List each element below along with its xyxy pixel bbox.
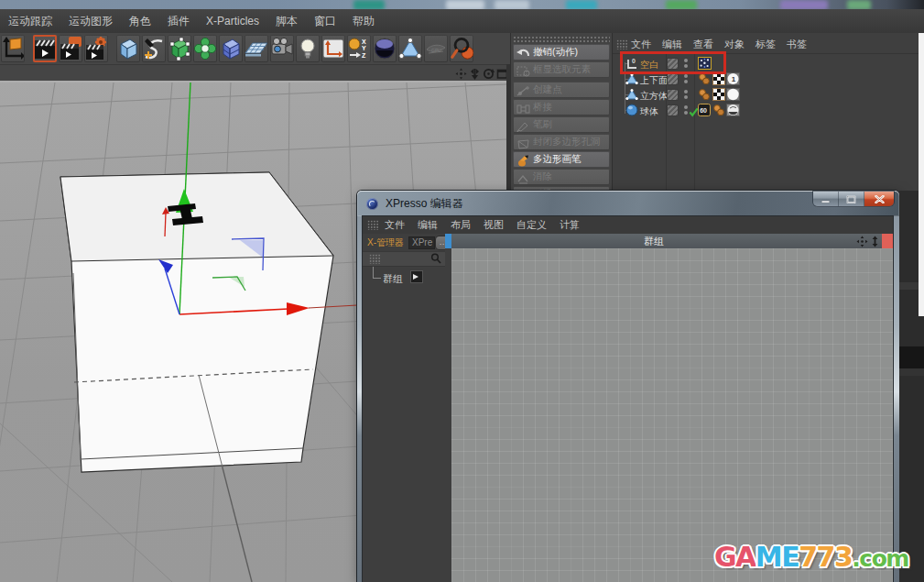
- xyz-axis-icon: XYZ: [347, 37, 371, 60]
- menu-item[interactable]: 运动图形: [60, 14, 121, 29]
- edit-mesh-button[interactable]: [168, 35, 191, 62]
- tab-xpresso[interactable]: XPre: [408, 236, 435, 249]
- updown-icon[interactable]: [869, 236, 881, 247]
- phong-tag-icon[interactable]: [698, 72, 711, 85]
- palette-item[interactable]: 撤销(动作): [513, 44, 610, 60]
- dissolve-icon: [516, 171, 530, 182]
- palette-item[interactable]: 桥接: [513, 99, 610, 115]
- move-icon[interactable]: [856, 236, 868, 247]
- motion-clapper-selected-icon: [34, 37, 56, 60]
- light-button[interactable]: [296, 35, 320, 62]
- object-name[interactable]: 立方体: [640, 90, 668, 103]
- menu-item[interactable]: X-Particles: [198, 15, 267, 27]
- selection-1-tag-icon[interactable]: 1: [726, 72, 739, 85]
- om-menu-item[interactable]: 查看: [693, 38, 713, 51]
- group-left-marker: [445, 234, 451, 248]
- om-menu-item[interactable]: 对象: [724, 38, 745, 51]
- maximize-button[interactable]: [839, 192, 864, 206]
- main-menubar: 运动跟踪运动图形角色插件X-Particles脚本窗口帮助: [0, 9, 924, 34]
- minimize-button[interactable]: [813, 192, 839, 206]
- panel-grip-icon[interactable]: [369, 254, 381, 264]
- menu-item[interactable]: 帮助: [344, 14, 383, 29]
- layer-toggle-icon[interactable]: [667, 73, 679, 85]
- group-header[interactable]: 群组: [445, 234, 893, 248]
- spline-pen-button[interactable]: [142, 35, 166, 62]
- primitive-cube-button[interactable]: [116, 35, 140, 62]
- menu-item[interactable]: 插件: [159, 14, 198, 29]
- layer-toggle-icon[interactable]: [667, 104, 679, 116]
- texture-checker-tag-icon[interactable]: [712, 88, 725, 101]
- menu-item[interactable]: 窗口: [306, 14, 344, 29]
- pan-control[interactable]: [454, 67, 467, 80]
- xpresso-editor-window: XPresso 编辑器 文件编辑布局视图自定义计算 X-管理器 XPre ..: [357, 191, 899, 582]
- rotate-control[interactable]: [482, 67, 495, 80]
- node-editor-canvas[interactable]: [451, 248, 893, 582]
- camera-icon: [270, 37, 294, 60]
- motion-clapper-settings-icon: [85, 37, 107, 60]
- svg-text:Z: Z: [362, 52, 366, 59]
- object-row[interactable]: 立方体: [613, 87, 924, 103]
- object-row[interactable]: 球体60: [613, 103, 924, 118]
- texture-checker-tag-icon[interactable]: [712, 72, 725, 85]
- search-icon[interactable]: [430, 253, 441, 264]
- xpresso-menu-item[interactable]: 视图: [484, 218, 504, 232]
- close-button[interactable]: [864, 192, 894, 206]
- simulate-triangle-button[interactable]: [398, 35, 422, 62]
- zoom-control[interactable]: [468, 67, 481, 80]
- menu-grip-icon[interactable]: [367, 220, 379, 230]
- axis-cube-icon: [2, 37, 24, 60]
- palette-grip[interactable]: [513, 36, 610, 42]
- xpresso-menu-item[interactable]: 布局: [451, 218, 471, 232]
- palette-item[interactable]: 封闭多边形孔洞: [513, 134, 610, 150]
- motion-clapper-settings-button[interactable]: [84, 35, 108, 62]
- palette-item[interactable]: 框显选取元素: [513, 61, 610, 78]
- toolbar-separator: [109, 35, 115, 62]
- xpresso-menu-item[interactable]: 文件: [385, 218, 405, 232]
- object-name[interactable]: 球体: [640, 105, 658, 118]
- tree-branch-line: [373, 267, 381, 279]
- xpresso-menubar: 文件编辑布局视图自定义计算: [363, 216, 893, 235]
- group-title: 群组: [451, 235, 856, 248]
- disabled-tool-button[interactable]: GPU: [424, 35, 448, 62]
- palette-item[interactable]: 笔刷: [513, 116, 610, 133]
- xpresso-menu-item[interactable]: 自定义: [516, 218, 547, 232]
- phong-tag-icon[interactable]: [712, 104, 725, 116]
- menu-item[interactable]: 运动跟踪: [0, 14, 60, 29]
- palette-item-label: 封闭多边形孔洞: [533, 136, 601, 148]
- xpresso-menu-item[interactable]: 编辑: [418, 218, 438, 232]
- palette-item[interactable]: 创建点: [513, 82, 610, 98]
- xgroup-icon[interactable]: [411, 271, 422, 282]
- om-menu-item[interactable]: 文件: [631, 38, 651, 51]
- xyz-axis-button[interactable]: XYZ: [347, 35, 371, 62]
- display-60-tag-icon[interactable]: 60: [698, 104, 711, 116]
- panel-grip-icon[interactable]: [616, 39, 628, 49]
- menu-item[interactable]: 脚本: [267, 14, 306, 29]
- volume-cube-button[interactable]: [219, 35, 243, 62]
- object-name[interactable]: 上下面: [640, 74, 668, 87]
- render-magnifier-button[interactable]: [450, 35, 473, 62]
- menu-item[interactable]: 角色: [121, 14, 159, 29]
- palette-item[interactable]: 多边形画笔: [513, 151, 610, 168]
- sky-sphere-button[interactable]: [373, 35, 397, 62]
- floor-plane-button[interactable]: [245, 35, 268, 62]
- workplane-button[interactable]: [321, 35, 345, 62]
- mograph-button[interactable]: [193, 35, 217, 62]
- om-menu-item[interactable]: 编辑: [662, 38, 682, 51]
- motion-clapper-selected-button[interactable]: [33, 35, 57, 62]
- motion-clapper-solve-button[interactable]: [59, 35, 82, 62]
- camera-button[interactable]: [270, 35, 294, 62]
- om-menu-item[interactable]: 书签: [787, 38, 807, 51]
- material-sphere-tag-icon[interactable]: [726, 104, 739, 116]
- volume-cube-icon: [220, 37, 242, 60]
- phong-tag-icon[interactable]: [698, 88, 711, 101]
- axis-cube-button[interactable]: [1, 35, 25, 62]
- selection-plain-tag-icon[interactable]: [726, 88, 739, 101]
- tree-item-group[interactable]: 群组: [383, 272, 403, 286]
- tab-x-manager[interactable]: X-管理器: [364, 236, 407, 250]
- window-title: XPresso 编辑器: [386, 196, 463, 212]
- watermark-text: GA: [714, 541, 756, 573]
- layer-toggle-icon[interactable]: [667, 89, 679, 101]
- xpresso-menu-item[interactable]: 计算: [560, 218, 580, 232]
- om-menu-item[interactable]: 标签: [756, 38, 776, 51]
- palette-item[interactable]: 消除: [513, 169, 610, 185]
